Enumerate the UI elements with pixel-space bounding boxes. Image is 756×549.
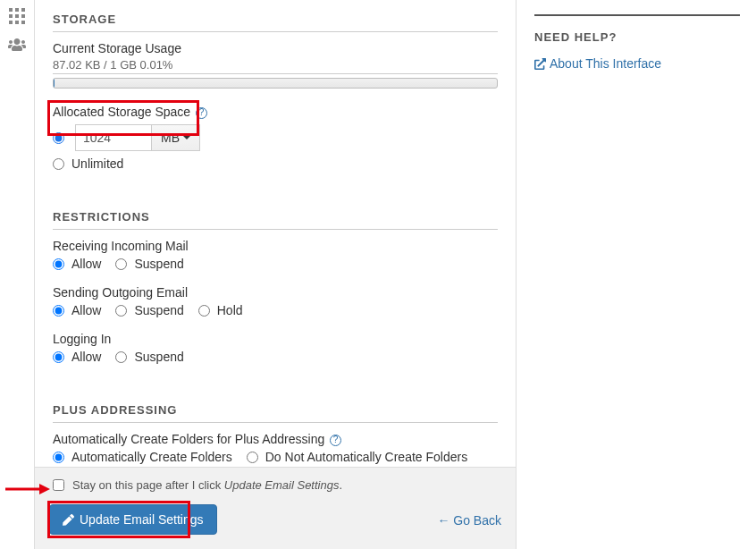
stay-checkbox[interactable] (53, 479, 64, 491)
plus-auto-label: Automatically Create Folders for Plus Ad… (53, 432, 324, 446)
storage-heading: STORAGE (53, 4, 498, 32)
svg-rect-4 (15, 14, 19, 18)
plus-auto[interactable]: Automatically Create Folders (53, 450, 232, 464)
storage-progress-bar (53, 78, 498, 89)
allocated-label: Allocated Storage Space (53, 105, 190, 119)
go-back-link[interactable]: ← Go Back (437, 513, 501, 528)
plus-noauto[interactable]: Do Not Automatically Create Folders (247, 450, 467, 464)
quota-custom-radio[interactable] (53, 132, 64, 144)
footer: Stay on this page after I click Update E… (34, 467, 517, 549)
users-icon[interactable] (0, 32, 34, 57)
svg-rect-8 (21, 21, 25, 24)
svg-rect-7 (15, 21, 19, 24)
quota-unlimited-option[interactable]: Unlimited (53, 156, 123, 171)
stay-text: Stay on this page after I click Update E… (72, 478, 342, 492)
pencil-icon (63, 514, 74, 526)
login-suspend[interactable]: Suspend (115, 350, 183, 364)
apps-icon[interactable] (0, 4, 34, 29)
plus-heading: PLUS ADDRESSING (53, 394, 498, 423)
outgoing-allow[interactable]: Allow (53, 303, 101, 317)
update-email-settings-button[interactable]: Update Email Settings (49, 504, 217, 535)
incoming-label: Receiving Incoming Mail (53, 239, 498, 253)
quota-unit-select[interactable]: MB (152, 124, 200, 151)
help-panel: NEED HELP? About This Interface (534, 14, 740, 72)
svg-rect-2 (21, 8, 25, 12)
svg-rect-3 (9, 14, 13, 18)
arrow-left-icon: ← (437, 513, 449, 528)
current-usage-label: Current Storage Usage (53, 41, 498, 55)
svg-rect-5 (21, 14, 25, 18)
incoming-suspend[interactable]: Suspend (115, 257, 183, 271)
quota-unlimited-radio[interactable] (53, 158, 64, 170)
about-interface-link[interactable]: About This Interface (534, 56, 661, 71)
outgoing-suspend[interactable]: Suspend (115, 303, 183, 317)
chevron-down-icon (183, 136, 190, 139)
login-allow[interactable]: Allow (53, 350, 101, 364)
restrictions-heading: RESTRICTIONS (53, 201, 498, 230)
login-label: Logging In (53, 332, 498, 346)
help-heading: NEED HELP? (534, 14, 740, 44)
current-usage-value: 87.02 KB / 1 GB 0.01% (53, 58, 498, 74)
quota-unlimited-label: Unlimited (71, 156, 123, 171)
help-icon[interactable]: ? (196, 107, 207, 119)
quota-unit-label: MB (161, 131, 180, 145)
update-button-label: Update Email Settings (80, 512, 204, 527)
incoming-allow[interactable]: Allow (53, 257, 101, 271)
svg-rect-0 (9, 8, 13, 12)
outgoing-hold[interactable]: Hold (198, 303, 243, 317)
external-link-icon (534, 58, 546, 72)
svg-rect-1 (15, 8, 19, 12)
help-icon[interactable]: ? (330, 435, 341, 446)
quota-value-input[interactable] (75, 124, 152, 151)
outgoing-label: Sending Outgoing Email (53, 285, 498, 300)
svg-rect-6 (9, 21, 13, 24)
left-rail (0, 0, 34, 549)
